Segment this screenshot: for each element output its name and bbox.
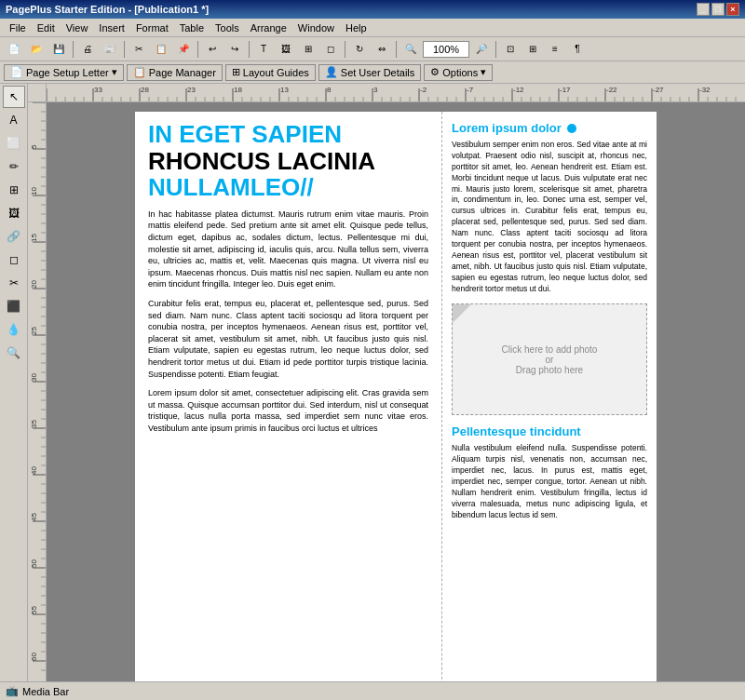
set-user-details-label: Set User Details <box>341 67 414 78</box>
page-canvas: IN EGET SAPIEN RHONCUS LACINIA NULLAMLEO… <box>135 112 657 681</box>
toolbar-sep-5 <box>345 41 345 58</box>
photo-placeholder-text: Click here to add photoorDrag photo here <box>502 344 598 375</box>
ruler-top: // This will be drawn via JS below <box>47 84 745 102</box>
app-title: PagePlus Starter Edition - [Publication1… <box>6 4 209 15</box>
toolbar-sep-1 <box>73 41 74 58</box>
redo-button[interactable]: ↪ <box>224 39 245 60</box>
flip-button[interactable]: ⇔ <box>372 39 392 60</box>
zoom-value[interactable]: 100% <box>423 41 469 58</box>
frame-tool[interactable]: ⬜ <box>3 132 25 155</box>
right-body-2: Nulla vestibulum eleifend nulla. Suspend… <box>452 443 647 520</box>
toolbar-sep-4 <box>249 41 250 58</box>
options-chevron: ▾ <box>481 66 486 78</box>
photo-placeholder[interactable]: Click here to add photoorDrag photo here <box>452 303 647 415</box>
toolbar-sep-3 <box>197 41 198 58</box>
menu-view[interactable]: View <box>61 20 94 35</box>
print-button[interactable]: 🖨 <box>77 39 98 60</box>
menu-tools[interactable]: Tools <box>210 20 245 35</box>
page-manager-icon: 📋 <box>133 66 146 78</box>
status-text: Media Bar <box>22 686 69 697</box>
picture-button[interactable]: 🖼 <box>276 39 296 60</box>
headline-block: IN EGET SAPIEN RHONCUS LACINIA NULLAMLEO… <box>148 121 428 201</box>
open-button[interactable]: 📂 <box>26 39 47 60</box>
left-column: IN EGET SAPIEN RHONCUS LACINIA NULLAMLEO… <box>135 112 442 681</box>
view-button[interactable]: ⊡ <box>500 39 521 60</box>
layout-guides-button[interactable]: ⊞ Layout Guides <box>225 64 316 81</box>
content-area: // This will be drawn via JS below IN EG… <box>28 84 745 681</box>
main-area: ↖ A ⬜ ✏ ⊞ 🖼 🔗 ◻ ✂ ⬛ 💧 🔍 // This will be … <box>0 84 745 681</box>
cut-button[interactable]: ✂ <box>129 39 149 60</box>
toolbar-sep-6 <box>396 41 397 58</box>
status-label: 📺 <box>6 685 19 697</box>
headline-line2: RHONCUS LACINIA <box>148 148 428 175</box>
page-setup-button[interactable]: 📄 Page Setup Letter ▾ <box>4 64 124 81</box>
status-bar: 📺 Media Bar <box>0 681 745 700</box>
right-body-1: Vestibulum semper enim non eros. Sed vit… <box>452 140 647 294</box>
main-toolbar: 📄 📂 💾 🖨 📰 ✂ 📋 📌 ↩ ↪ T 🖼 ⊞ ◻ ↻ ⇔ 🔍 100% 🔎… <box>0 37 745 61</box>
set-user-details-button[interactable]: 👤 Set User Details <box>318 64 421 81</box>
page-setup-label: Page Setup Letter <box>26 67 109 78</box>
menu-file[interactable]: File <box>4 20 32 35</box>
pilcrow-button[interactable]: ¶ <box>567 39 588 60</box>
menu-arrange[interactable]: Arrange <box>245 20 292 35</box>
menu-bar: File Edit View Insert Format Table Tools… <box>0 19 745 37</box>
page-manager-label: Page Manager <box>149 67 216 78</box>
fill-tool[interactable]: ⬛ <box>3 295 25 317</box>
link-tool[interactable]: 🔗 <box>3 225 25 248</box>
right-heading-1: Lorem ipsum dolor <box>452 121 647 135</box>
menu-window[interactable]: Window <box>292 20 340 35</box>
heading-dot-1 <box>567 124 576 133</box>
options-label: Options <box>442 67 478 78</box>
text-tool[interactable]: A <box>3 109 25 131</box>
image-tool[interactable]: 🖼 <box>3 202 25 224</box>
table-tool[interactable]: ⊞ <box>3 179 25 201</box>
zoom-tool[interactable]: 🔍 <box>3 342 25 364</box>
format-bar: 📄 Page Setup Letter ▾ 📋 Page Manager ⊞ L… <box>0 61 745 84</box>
page-setup-chevron: ▾ <box>112 66 117 78</box>
draw-tool[interactable]: ✏ <box>3 155 25 178</box>
body-paragraph-3: Lorem ipsum dolor sit amet, consectetuer… <box>148 387 428 434</box>
ruler-corner <box>28 84 47 102</box>
toolbar-sep-2 <box>124 41 125 58</box>
layout-button[interactable]: ⊞ <box>522 39 543 60</box>
headline-line3: NULLAMLEO// <box>148 174 428 201</box>
toolbox: ↖ A ⬜ ✏ ⊞ 🖼 🔗 ◻ ✂ ⬛ 💧 🔍 <box>0 84 28 681</box>
close-button[interactable]: × <box>726 3 739 16</box>
select-tool[interactable]: ↖ <box>3 86 25 108</box>
options-icon: ⚙ <box>430 66 440 78</box>
page-manager-button[interactable]: 📋 Page Manager <box>127 64 223 81</box>
zoom-out-button[interactable]: 🔍 <box>400 39 421 60</box>
title-bar: PagePlus Starter Edition - [Publication1… <box>0 0 745 19</box>
right-column: Lorem ipsum dolor Vestibulum semper enim… <box>442 112 657 681</box>
columns-button[interactable]: ≡ <box>545 39 565 60</box>
crop-tool[interactable]: ✂ <box>3 272 25 294</box>
new-button[interactable]: 📄 <box>4 39 24 60</box>
save-button[interactable]: 💾 <box>48 39 69 60</box>
undo-button[interactable]: ↩ <box>202 39 223 60</box>
menu-format[interactable]: Format <box>130 20 174 35</box>
minimize-button[interactable]: _ <box>697 3 710 16</box>
maximize-button[interactable]: □ <box>711 3 725 16</box>
title-bar-buttons[interactable]: _ □ × <box>697 3 739 16</box>
eyedropper-tool[interactable]: 💧 <box>3 318 25 341</box>
shape-tool[interactable]: ◻ <box>3 249 25 271</box>
menu-help[interactable]: Help <box>340 20 372 35</box>
user-details-icon: 👤 <box>325 66 338 78</box>
menu-edit[interactable]: Edit <box>32 20 61 35</box>
options-button[interactable]: ⚙ Options ▾ <box>424 64 493 81</box>
copy-button[interactable]: 📋 <box>151 39 171 60</box>
rotate-button[interactable]: ↻ <box>349 39 370 60</box>
publish-button[interactable]: 📰 <box>100 39 120 60</box>
menu-table[interactable]: Table <box>174 20 210 35</box>
headline-line1: IN EGET SAPIEN <box>148 121 428 148</box>
body-paragraph-1: In hac habitasse platea dictumst. Mauris… <box>148 209 428 290</box>
menu-insert[interactable]: Insert <box>93 20 130 35</box>
zoom-in-button[interactable]: 🔎 <box>471 39 492 60</box>
body-paragraph-2: Curabitur felis erat, tempus eu, placera… <box>148 298 428 380</box>
right-heading-2: Pellentesque tincidunt <box>452 424 647 438</box>
table-button[interactable]: ⊞ <box>298 39 318 60</box>
paste-button[interactable]: 📌 <box>173 39 194 60</box>
canvas-scroll[interactable]: IN EGET SAPIEN RHONCUS LACINIA NULLAMLEO… <box>47 102 745 681</box>
text-button[interactable]: T <box>253 39 274 60</box>
shape-button[interactable]: ◻ <box>320 39 341 60</box>
